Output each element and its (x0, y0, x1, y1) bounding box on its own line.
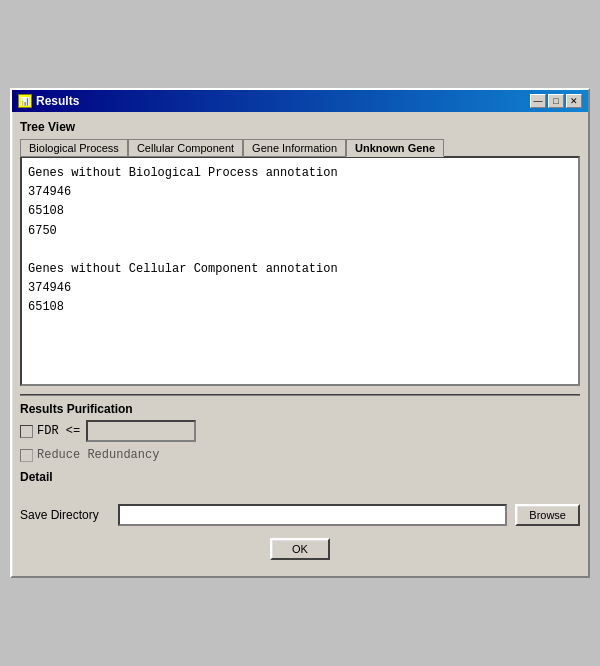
tabs-container: Biological Process Cellular Component Ge… (20, 138, 580, 156)
fdr-input[interactable] (86, 420, 196, 442)
fdr-row: FDR <= (20, 420, 580, 442)
window-icon: 📊 (18, 94, 32, 108)
title-bar-controls: — □ ✕ (530, 94, 582, 108)
section-divider (20, 394, 580, 396)
tree-view-text: Genes without Biological Process annotat… (28, 164, 572, 318)
tree-view-section: Tree View Biological Process Cellular Co… (20, 120, 580, 386)
purification-section: Results Purification FDR <= Reduce Redun… (20, 402, 580, 484)
ok-button[interactable]: OK (270, 538, 330, 560)
window-title: Results (36, 94, 79, 108)
title-bar-title: 📊 Results (18, 94, 79, 108)
save-dir-input[interactable] (118, 504, 507, 526)
reduce-row: Reduce Redundancy (20, 448, 580, 462)
reduce-label: Reduce Redundancy (37, 448, 159, 462)
tab-unknown-gene[interactable]: Unknown Gene (346, 139, 444, 157)
close-button[interactable]: ✕ (566, 94, 582, 108)
reduce-checkbox (20, 449, 33, 462)
tree-view-label: Tree View (20, 120, 580, 134)
maximize-button[interactable]: □ (548, 94, 564, 108)
fdr-checkbox[interactable] (20, 425, 33, 438)
tab-cellular-component[interactable]: Cellular Component (128, 139, 243, 157)
results-window: 📊 Results — □ ✕ Tree View Biological Pro… (10, 88, 590, 578)
tab-gene-information[interactable]: Gene Information (243, 139, 346, 157)
ok-row: OK (20, 538, 580, 560)
tree-view-content: Genes without Biological Process annotat… (20, 156, 580, 386)
reduce-checkbox-wrapper: Reduce Redundancy (20, 448, 159, 462)
browse-button[interactable]: Browse (515, 504, 580, 526)
minimize-button[interactable]: — (530, 94, 546, 108)
save-dir-row: Save Directory Browse (20, 504, 580, 526)
purification-label: Results Purification (20, 402, 580, 416)
fdr-checkbox-wrapper: FDR <= (20, 424, 80, 438)
detail-label: Detail (20, 470, 580, 484)
tab-biological-process[interactable]: Biological Process (20, 139, 128, 157)
title-bar: 📊 Results — □ ✕ (12, 90, 588, 112)
window-content: Tree View Biological Process Cellular Co… (12, 112, 588, 576)
save-dir-label: Save Directory (20, 508, 110, 522)
fdr-label: FDR <= (37, 424, 80, 438)
